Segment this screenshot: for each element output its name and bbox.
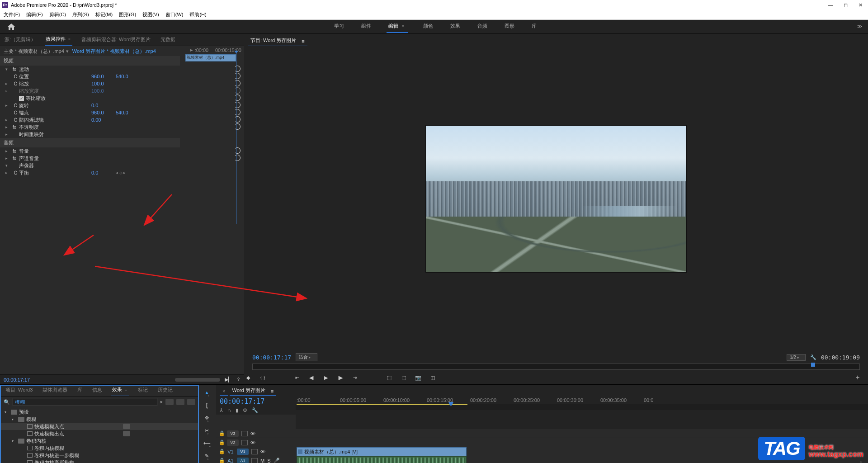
ec-volume[interactable]: 音量: [19, 148, 91, 155]
ec-anchor[interactable]: 锚点: [19, 109, 91, 116]
ec-anchor-y[interactable]: 540.0: [116, 110, 140, 115]
timeline-playhead[interactable]: [451, 402, 451, 463]
solo-button[interactable]: S: [267, 458, 270, 463]
ec-channel-volume[interactable]: 声道音量: [19, 155, 91, 162]
workspace-tab[interactable]: 效果: [448, 20, 462, 33]
zoom-bar[interactable]: [175, 378, 220, 382]
voice-icon[interactable]: 🎤: [274, 458, 280, 463]
step-forward-icon[interactable]: |▶: [336, 375, 344, 381]
ec-timeremap[interactable]: 时间重映射: [19, 131, 91, 138]
menu-item[interactable]: 窗口(W): [165, 11, 184, 18]
menu-item[interactable]: 编辑(E): [26, 11, 43, 18]
effects-tree[interactable]: ▾预设▾模糊快速模糊入点快速模糊出点▾卷积内核卷积内核模糊卷积内核进一步模糊卷积…: [1, 407, 198, 463]
ec-panner[interactable]: 声像器: [19, 162, 91, 169]
workspace-overflow[interactable]: ≫: [852, 24, 868, 29]
workspace-tab[interactable]: 库: [530, 20, 538, 33]
ec-scale-v[interactable]: 100.0: [91, 81, 116, 86]
program-monitor[interactable]: [426, 126, 686, 272]
menu-item[interactable]: 图形(G): [119, 11, 136, 18]
mute-button[interactable]: M: [260, 458, 264, 463]
track-v1[interactable]: V1: [237, 449, 249, 455]
effects-preset[interactable]: 卷积内核进一步模糊: [1, 452, 198, 459]
timeline-timecode[interactable]: 00:00:17:17: [220, 397, 292, 406]
extract-icon[interactable]: ⬚: [400, 375, 408, 381]
clear-search-button[interactable]: ×: [160, 399, 163, 405]
lift-icon[interactable]: ⬚: [385, 375, 393, 381]
eye-icon[interactable]: 👁: [250, 431, 256, 436]
go-to-out-icon[interactable]: ⇥: [351, 375, 359, 381]
effects-preset[interactable]: 卷积内核模糊: [1, 444, 198, 452]
effect-controls-timeline[interactable]: ▸:00:0000:00:15:00 视频素材（总）.mp4: [183, 46, 244, 54]
panel-tab[interactable]: 源:（无剪辑）: [4, 34, 37, 46]
panel-menu-icon[interactable]: ≡: [268, 387, 276, 396]
ec-anchor-x[interactable]: 960.0: [91, 110, 116, 115]
reset-button[interactable]: [234, 123, 241, 130]
compare-icon[interactable]: ◫: [429, 375, 437, 381]
panel-tab[interactable]: 项目: Word3: [5, 385, 33, 396]
panel-tab[interactable]: 历史记: [157, 385, 174, 396]
menu-item[interactable]: 视图(V): [142, 11, 159, 18]
sync-lock-icon[interactable]: [241, 440, 248, 445]
program-scrub-bar[interactable]: [252, 364, 860, 370]
workspace-tab[interactable]: 颜色: [421, 20, 435, 33]
panel-tab[interactable]: 媒体浏览器: [42, 385, 68, 396]
sequence-tab[interactable]: Word 另存图片: [230, 386, 268, 396]
effects-search-input[interactable]: [13, 398, 157, 406]
effects-preset[interactable]: 快速模糊出点: [1, 430, 198, 437]
sync-lock-icon[interactable]: [241, 431, 248, 436]
ec-sequence-clip[interactable]: Word 另存图片 * 视频素材（总）.mp4: [72, 48, 156, 55]
reset-button[interactable]: [234, 102, 241, 108]
eye-icon[interactable]: 👁: [260, 449, 266, 454]
track-a1[interactable]: A1: [237, 458, 249, 463]
button-editor-plus[interactable]: +: [854, 373, 862, 382]
wrench-icon[interactable]: 🔧: [252, 407, 258, 413]
video-clip[interactable]: 视频素材（总）.mp4 [V]: [297, 447, 467, 456]
ec-rotation-v[interactable]: 0.0: [91, 103, 116, 108]
ec-scale[interactable]: 缩放: [19, 80, 91, 87]
tool-button[interactable]: ✥▸: [203, 414, 212, 422]
mark-out-icon[interactable]: { }: [259, 375, 267, 380]
32bit-filter-icon[interactable]: [176, 399, 184, 405]
effects-folder[interactable]: ▾卷积内核: [1, 437, 198, 444]
ec-playhead[interactable]: [236, 52, 236, 224]
export-frame-icon[interactable]: 📷: [414, 375, 422, 381]
reset-button[interactable]: [234, 94, 241, 101]
effects-preset[interactable]: 卷积内核高斯模糊: [1, 459, 198, 463]
mark-in-icon[interactable]: ◆: [244, 375, 252, 381]
menu-item[interactable]: 标记(M): [95, 11, 113, 18]
panel-tab[interactable]: 音频剪辑混合器: Word另存图片: [80, 34, 151, 46]
workspace-tab[interactable]: 编辑≡: [387, 20, 408, 33]
program-timecode-left[interactable]: 00:00:17:17: [252, 354, 291, 361]
play-only-icon[interactable]: ▶▏: [225, 377, 232, 383]
scrub-playhead[interactable]: [811, 363, 815, 367]
track-v2[interactable]: V2: [227, 439, 239, 446]
uniform-scale-checkbox[interactable]: ✓: [19, 96, 24, 101]
panel-tab[interactable]: 库: [76, 385, 83, 396]
reset-button[interactable]: [234, 116, 241, 123]
reset-button[interactable]: [234, 155, 241, 161]
timeline-ruler[interactable]: :00:0000:00:05:0000:00:10:0000:00:15:000…: [296, 396, 868, 415]
reset-button[interactable]: [234, 147, 241, 154]
tool-button[interactable]: ⟵▸: [203, 439, 212, 447]
tool-button[interactable]: ✂▸: [203, 426, 212, 435]
home-button[interactable]: [4, 21, 19, 32]
menu-item[interactable]: 序列(S): [72, 11, 89, 18]
workspace-tab[interactable]: 图形: [503, 20, 516, 33]
ec-motion[interactable]: 运动: [19, 66, 91, 73]
menu-item[interactable]: 文件(F): [4, 11, 20, 18]
snap-icon[interactable]: ⅄: [220, 407, 223, 413]
ec-balance-v[interactable]: 0.0: [91, 170, 116, 175]
panel-tab[interactable]: 效果控件 ≡: [45, 34, 72, 46]
ec-position[interactable]: 位置: [19, 73, 91, 80]
tool-button[interactable]: ▲▸: [203, 388, 212, 397]
linked-selection-icon[interactable]: ∩: [227, 407, 231, 413]
ec-opacity[interactable]: 不透明度: [19, 124, 91, 131]
program-timecode-right[interactable]: 00:00:19:09: [821, 354, 860, 361]
panel-tab[interactable]: 信息: [91, 385, 103, 396]
settings-icon[interactable]: ⚙: [243, 407, 247, 413]
fit-select[interactable]: 适合: [296, 353, 317, 361]
effect-controls-timecode[interactable]: 00:00:17:17: [4, 377, 30, 383]
ec-pos-x[interactable]: 960.0: [91, 74, 116, 79]
arrow-left-icon[interactable]: ▸: [190, 47, 193, 53]
lock-icon[interactable]: 🔒: [219, 449, 224, 454]
